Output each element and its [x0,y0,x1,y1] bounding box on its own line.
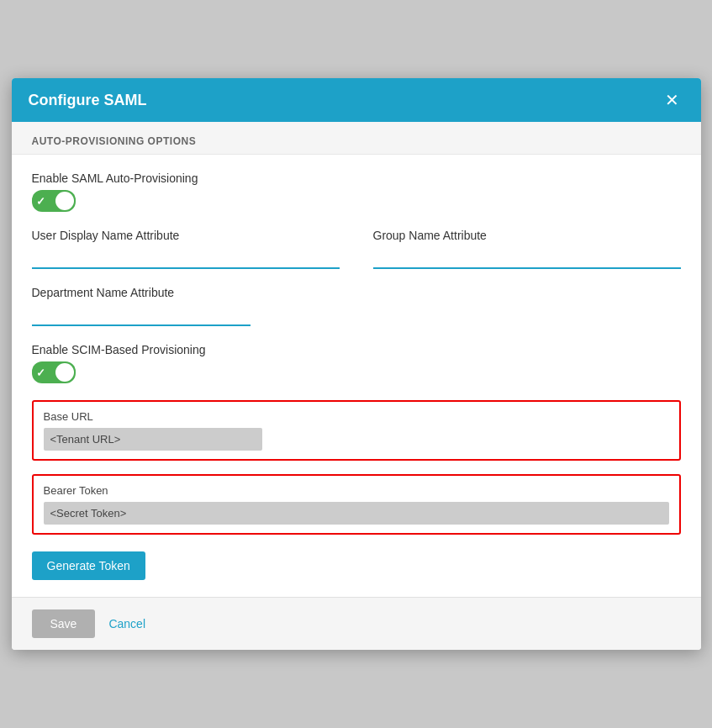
base-url-boxed-field: Base URL <Tenant URL> [32,400,681,461]
enable-saml-label: Enable SAML Auto-Provisioning [32,171,681,185]
enable-scim-toggle[interactable]: ✓ [32,361,76,383]
modal-title: Configure SAML [29,92,147,109]
generate-token-button[interactable]: Generate Token [32,551,145,580]
bearer-token-value[interactable]: <Secret Token> [44,502,669,525]
group-name-label: Group Name Attribute [373,229,681,242]
bearer-token-boxed-field: Bearer Token <Secret Token> [32,474,681,535]
base-url-value[interactable]: <Tenant URL> [44,428,262,451]
base-url-label: Base URL [44,410,669,423]
enable-saml-toggle[interactable]: ✓ [32,190,76,212]
modal-overlay: Configure SAML ✕ AUTO-PROVISIONING OPTIO… [0,0,712,728]
group-name-col: Group Name Attribute [373,229,681,269]
cancel-button[interactable]: Cancel [108,617,145,630]
modal-body: AUTO-PROVISIONING OPTIONS Enable SAML Au… [12,122,701,597]
user-display-name-label: User Display Name Attribute [32,229,340,242]
user-display-col: User Display Name Attribute [32,229,340,269]
toggle-knob [55,192,74,210]
scim-toggle-knob [55,363,74,382]
section-header-auto-provisioning: AUTO-PROVISIONING OPTIONS [12,122,701,155]
modal-header: Configure SAML ✕ [12,78,701,122]
group-name-input[interactable] [373,247,681,269]
department-name-label: Department Name Attribute [32,286,681,299]
save-button[interactable]: Save [32,609,96,638]
configure-saml-modal: Configure SAML ✕ AUTO-PROVISIONING OPTIO… [12,78,701,650]
user-display-name-input[interactable] [32,247,340,269]
enable-scim-row: Enable SCIM-Based Provisioning ✓ [32,343,681,383]
section-body: Enable SAML Auto-Provisioning ✓ User Dis… [12,155,701,597]
toggle-check-icon: ✓ [36,195,45,208]
department-name-input[interactable] [32,304,251,326]
modal-close-button[interactable]: ✕ [660,90,684,110]
enable-scim-label: Enable SCIM-Based Provisioning [32,343,681,356]
bearer-token-label: Bearer Token [44,484,669,497]
scim-toggle-check-icon: ✓ [36,367,45,379]
modal-footer: Save Cancel [12,597,701,650]
department-name-row: Department Name Attribute [32,286,681,326]
display-group-row: User Display Name Attribute Group Name A… [32,229,681,269]
enable-saml-row: Enable SAML Auto-Provisioning ✓ [32,171,681,212]
